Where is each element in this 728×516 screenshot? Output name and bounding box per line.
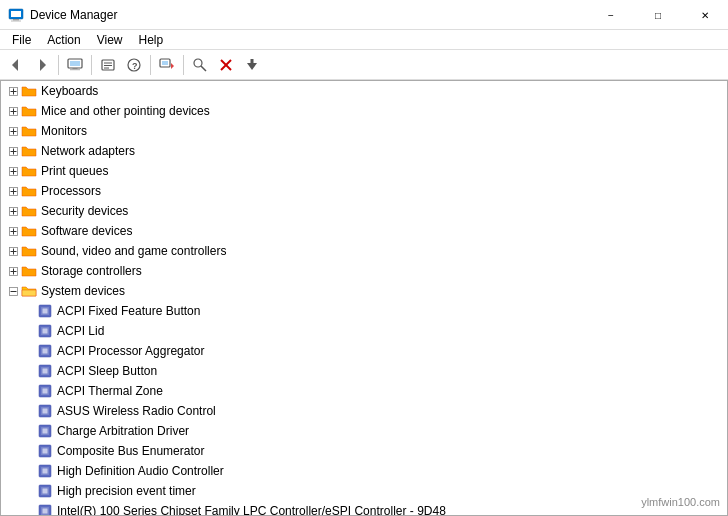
update-driver-button[interactable]	[155, 53, 179, 77]
svg-rect-8	[73, 68, 78, 69]
computer-button[interactable]	[63, 53, 87, 77]
tree-item-network[interactable]: Network adapters	[1, 141, 727, 161]
item-icon-monitors	[21, 123, 37, 139]
item-icon-network	[21, 143, 37, 159]
item-icon-print	[21, 163, 37, 179]
toolbar: ?	[0, 50, 728, 80]
svg-rect-7	[70, 61, 80, 66]
expander-software[interactable]	[5, 223, 21, 239]
expander-security[interactable]	[5, 203, 21, 219]
expander-network[interactable]	[5, 143, 21, 159]
tree-item-acpi-sleep[interactable]: ACPI Sleep Button	[1, 361, 727, 381]
item-icon-composite	[37, 443, 53, 459]
item-label-charge-arb: Charge Arbitration Driver	[57, 424, 189, 438]
menu-file[interactable]: File	[4, 31, 39, 49]
item-icon-hd-audio	[37, 463, 53, 479]
tree-item-intel-lpc[interactable]: Intel(R) 100 Series Chipset Family LPC C…	[1, 501, 727, 516]
tree-item-acpi-thermal[interactable]: ACPI Thermal Zone	[1, 381, 727, 401]
tree-item-acpi-lid[interactable]: ACPI Lid	[1, 321, 727, 341]
minimize-button[interactable]: −	[588, 0, 634, 30]
item-label-mice: Mice and other pointing devices	[41, 104, 210, 118]
scan-button[interactable]	[188, 53, 212, 77]
item-icon-acpi-sleep	[37, 363, 53, 379]
svg-rect-24	[251, 59, 254, 64]
expander-monitors[interactable]	[5, 123, 21, 139]
item-label-hd-audio: High Definition Audio Controller	[57, 464, 224, 478]
menu-help[interactable]: Help	[131, 31, 172, 49]
expander-system[interactable]	[5, 283, 21, 299]
svg-rect-80	[43, 449, 48, 454]
tree-item-hd-audio[interactable]: High Definition Audio Controller	[1, 461, 727, 481]
item-icon-charge-arb	[37, 423, 53, 439]
item-label-acpi-proc: ACPI Processor Aggregator	[57, 344, 204, 358]
item-icon-storage	[21, 263, 37, 279]
item-icon-acpi-fixed	[37, 303, 53, 319]
item-label-acpi-sleep: ACPI Sleep Button	[57, 364, 157, 378]
toolbar-separator-1	[58, 55, 59, 75]
item-label-monitors: Monitors	[41, 124, 87, 138]
tree-item-monitors[interactable]: Monitors	[1, 121, 727, 141]
tree-item-keyboards[interactable]: Keyboards	[1, 81, 727, 101]
menu-view[interactable]: View	[89, 31, 131, 49]
expander-sound[interactable]	[5, 243, 21, 259]
svg-rect-3	[11, 20, 21, 21]
tree-item-composite[interactable]: Composite Bus Enumerator	[1, 441, 727, 461]
svg-point-19	[194, 59, 202, 67]
item-icon-acpi-thermal	[37, 383, 53, 399]
svg-marker-5	[40, 59, 46, 71]
app-icon	[8, 7, 24, 23]
tree-item-security[interactable]: Security devices	[1, 201, 727, 221]
svg-rect-86	[43, 489, 48, 494]
tree-item-storage[interactable]: Storage controllers	[1, 261, 727, 281]
expander-print[interactable]	[5, 163, 21, 179]
svg-rect-83	[43, 469, 48, 474]
item-label-processors: Processors	[41, 184, 101, 198]
item-label-software: Software devices	[41, 224, 132, 238]
remove-button[interactable]	[214, 53, 238, 77]
tree-item-processors[interactable]: Processors	[1, 181, 727, 201]
tree-item-high-prec[interactable]: High precision event timer	[1, 481, 727, 501]
back-button[interactable]	[4, 53, 28, 77]
tree-item-software[interactable]: Software devices	[1, 221, 727, 241]
tree-item-acpi-fixed[interactable]: ACPI Fixed Feature Button	[1, 301, 727, 321]
item-icon-high-prec	[37, 483, 53, 499]
title-bar: Device Manager − □ ✕	[0, 0, 728, 30]
close-button[interactable]: ✕	[682, 0, 728, 30]
item-label-security: Security devices	[41, 204, 128, 218]
item-icon-intel-lpc	[37, 503, 53, 516]
properties-button[interactable]	[96, 53, 120, 77]
maximize-button[interactable]: □	[635, 0, 681, 30]
tree-item-mice[interactable]: Mice and other pointing devices	[1, 101, 727, 121]
item-icon-mice	[21, 103, 37, 119]
uninstall-button[interactable]	[240, 53, 264, 77]
item-icon-processors	[21, 183, 37, 199]
help-button[interactable]: ?	[122, 53, 146, 77]
tree-item-charge-arb[interactable]: Charge Arbitration Driver	[1, 421, 727, 441]
expander-mice[interactable]	[5, 103, 21, 119]
item-icon-asus-wireless	[37, 403, 53, 419]
expander-keyboards[interactable]	[5, 83, 21, 99]
svg-rect-62	[43, 329, 48, 334]
expander-storage[interactable]	[5, 263, 21, 279]
tree-item-asus-wireless[interactable]: ASUS Wireless Radio Control	[1, 401, 727, 421]
svg-marker-18	[171, 63, 174, 69]
forward-button[interactable]	[30, 53, 54, 77]
svg-rect-65	[43, 349, 48, 354]
tree-item-system[interactable]: System devices	[1, 281, 727, 301]
expander-processors[interactable]	[5, 183, 21, 199]
tree-item-print[interactable]: Print queues	[1, 161, 727, 181]
menu-action[interactable]: Action	[39, 31, 88, 49]
item-label-sound: Sound, video and game controllers	[41, 244, 226, 258]
svg-marker-4	[12, 59, 18, 71]
tree-item-acpi-proc[interactable]: ACPI Processor Aggregator	[1, 341, 727, 361]
svg-text:?: ?	[132, 61, 138, 71]
svg-rect-2	[13, 19, 19, 21]
svg-rect-71	[43, 389, 48, 394]
item-label-acpi-lid: ACPI Lid	[57, 324, 104, 338]
toolbar-separator-4	[183, 55, 184, 75]
item-icon-acpi-lid	[37, 323, 53, 339]
tree-item-sound[interactable]: Sound, video and game controllers	[1, 241, 727, 261]
item-label-acpi-fixed: ACPI Fixed Feature Button	[57, 304, 200, 318]
window-controls: − □ ✕	[588, 0, 728, 30]
item-label-high-prec: High precision event timer	[57, 484, 196, 498]
